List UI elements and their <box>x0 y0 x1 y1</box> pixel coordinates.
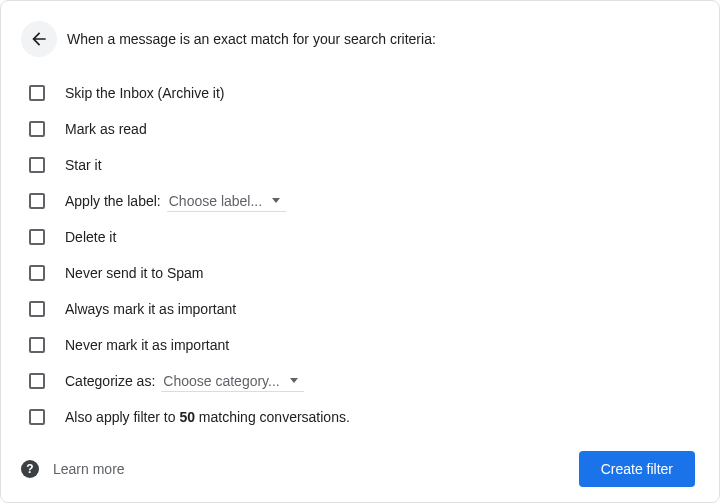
label-apply-label-prefix: Apply the label: <box>65 193 161 209</box>
checkbox-skip-inbox[interactable] <box>29 85 45 101</box>
chevron-down-icon <box>272 198 280 203</box>
options-list: Skip the Inbox (Archive it) Mark as read… <box>21 75 695 435</box>
option-skip-inbox: Skip the Inbox (Archive it) <box>21 75 695 111</box>
option-never-spam: Never send it to Spam <box>21 255 695 291</box>
select-apply-label[interactable]: Choose label... <box>167 191 286 212</box>
checkbox-always-important[interactable] <box>29 301 45 317</box>
learn-more-link[interactable]: ? Learn more <box>21 460 125 478</box>
label-star: Star it <box>65 157 102 173</box>
create-filter-button[interactable]: Create filter <box>579 451 695 487</box>
label-skip-inbox: Skip the Inbox (Archive it) <box>65 85 225 101</box>
checkbox-never-important[interactable] <box>29 337 45 353</box>
checkbox-apply-label[interactable] <box>29 193 45 209</box>
panel-footer: ? Learn more Create filter <box>21 435 695 487</box>
label-delete: Delete it <box>65 229 116 245</box>
checkbox-delete[interactable] <box>29 229 45 245</box>
label-never-important: Never mark it as important <box>65 337 229 353</box>
option-delete: Delete it <box>21 219 695 255</box>
checkbox-categorize[interactable] <box>29 373 45 389</box>
select-categorize[interactable]: Choose category... <box>161 371 303 392</box>
back-button[interactable] <box>21 21 57 57</box>
panel-heading: When a message is an exact match for you… <box>67 31 436 47</box>
checkbox-also-apply[interactable] <box>29 409 45 425</box>
filter-actions-panel: When a message is an exact match for you… <box>0 0 720 503</box>
label-categorize-prefix: Categorize as: <box>65 373 155 389</box>
option-also-apply: Also apply filter to 50 matching convers… <box>21 399 695 435</box>
checkbox-never-spam[interactable] <box>29 265 45 281</box>
option-mark-read: Mark as read <box>21 111 695 147</box>
option-categorize: Categorize as: Choose category... <box>21 363 695 399</box>
learn-more-text: Learn more <box>53 461 125 477</box>
label-also-apply-prefix: Also apply filter to <box>65 409 179 425</box>
select-apply-label-text: Choose label... <box>169 193 262 209</box>
arrow-left-icon <box>29 29 49 49</box>
label-also-apply-count: 50 <box>179 409 195 425</box>
help-icon: ? <box>21 460 39 478</box>
panel-header: When a message is an exact match for you… <box>21 21 695 57</box>
option-never-important: Never mark it as important <box>21 327 695 363</box>
label-also-apply: Also apply filter to 50 matching convers… <box>65 409 350 425</box>
label-never-spam: Never send it to Spam <box>65 265 204 281</box>
label-also-apply-suffix: matching conversations. <box>195 409 350 425</box>
checkbox-star[interactable] <box>29 157 45 173</box>
checkbox-mark-read[interactable] <box>29 121 45 137</box>
option-star: Star it <box>21 147 695 183</box>
label-mark-read: Mark as read <box>65 121 147 137</box>
label-always-important: Always mark it as important <box>65 301 236 317</box>
chevron-down-icon <box>290 378 298 383</box>
option-always-important: Always mark it as important <box>21 291 695 327</box>
select-categorize-text: Choose category... <box>163 373 279 389</box>
option-apply-label: Apply the label: Choose label... <box>21 183 695 219</box>
